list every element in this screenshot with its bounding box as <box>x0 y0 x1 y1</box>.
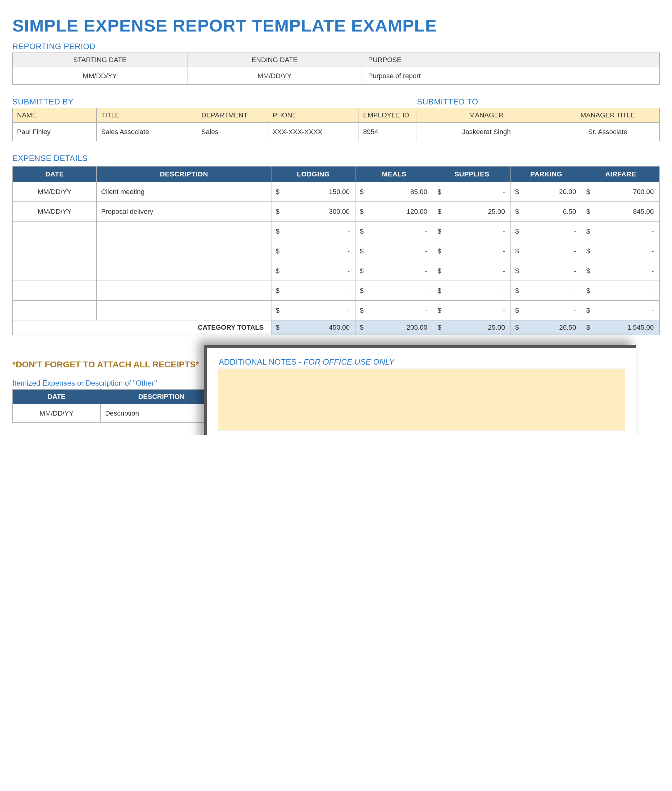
purpose-header: PURPOSE <box>362 53 660 67</box>
expense-supplies[interactable]: $- <box>433 182 510 202</box>
expense-row[interactable]: $-$-$-$-$- <box>13 301 660 321</box>
expense-meals[interactable]: $85.00 <box>355 182 433 202</box>
expense-lodging[interactable]: $- <box>272 241 355 261</box>
expense-row[interactable]: $-$-$-$-$- <box>13 241 660 261</box>
col-airfare: AIRFARE <box>582 167 659 182</box>
expense-date[interactable]: MM/DD/YY <box>13 202 97 221</box>
name-value[interactable]: Paul Finley <box>13 123 97 141</box>
itemized-date[interactable]: MM/DD/YY <box>13 404 101 423</box>
department-value[interactable]: Sales <box>197 123 268 141</box>
expense-parking[interactable]: $- <box>511 221 582 241</box>
col-meals: MEALS <box>355 167 433 182</box>
col-supplies: SUPPLIES <box>433 167 510 182</box>
expense-airfare[interactable]: $- <box>582 241 659 261</box>
expense-supplies[interactable]: $25.00 <box>433 202 510 221</box>
reporting-period-table: STARTING DATE ENDING DATE PURPOSE MM/DD/… <box>12 53 660 85</box>
expense-parking[interactable]: $20.00 <box>511 182 582 202</box>
expense-airfare[interactable]: $- <box>582 261 659 281</box>
expense-row[interactable]: MM/DD/YYProposal delivery$300.00$120.00$… <box>13 202 660 221</box>
expense-description[interactable] <box>97 281 272 301</box>
expense-description[interactable]: Proposal delivery <box>97 202 272 221</box>
end-date-header: ENDING DATE <box>187 53 362 67</box>
expense-details-table: DATE DESCRIPTION LODGING MEALS SUPPLIES … <box>12 166 660 335</box>
expense-parking[interactable]: $- <box>511 301 582 321</box>
expense-date[interactable] <box>13 241 97 261</box>
manager-title-header: MANAGER TITLE <box>556 108 659 123</box>
reporting-period-title: REPORTING PERIOD <box>12 42 660 51</box>
purpose-value[interactable]: Purpose of report <box>362 67 660 85</box>
total-parking: $26.50 <box>511 321 582 335</box>
manager-value[interactable]: Jaskeerat Singh <box>417 123 556 141</box>
expense-airfare[interactable]: $700.00 <box>582 182 659 202</box>
expense-lodging[interactable]: $- <box>272 301 355 321</box>
employee-id-value[interactable]: 8954 <box>358 123 417 141</box>
category-totals-label: CATEGORY TOTALS <box>13 321 272 335</box>
expense-meals[interactable]: $- <box>355 281 433 301</box>
manager-title-value[interactable]: Sr. Associate <box>556 123 659 141</box>
expense-meals[interactable]: $120.00 <box>355 202 433 221</box>
submitted-table: NAME TITLE DEPARTMENT PHONE EMPLOYEE ID … <box>12 108 660 141</box>
title-header: TITLE <box>97 108 197 123</box>
phone-value[interactable]: XXX-XXX-XXXX <box>268 123 358 141</box>
expense-date[interactable] <box>13 261 97 281</box>
expense-parking[interactable]: $- <box>511 241 582 261</box>
expense-airfare[interactable]: $- <box>582 221 659 241</box>
expense-description[interactable] <box>97 221 272 241</box>
expense-meals[interactable]: $- <box>355 261 433 281</box>
expense-meals[interactable]: $- <box>355 221 433 241</box>
expense-parking[interactable]: $6.50 <box>511 202 582 221</box>
col-parking: PARKING <box>511 167 582 182</box>
name-header: NAME <box>13 108 97 123</box>
col-date: DATE <box>13 167 97 182</box>
submitted-to-title: SUBMITTED TO <box>417 97 478 107</box>
page-title: SIMPLE EXPENSE REPORT TEMPLATE EXAMPLE <box>12 16 660 35</box>
phone-header: PHONE <box>268 108 358 123</box>
expense-description[interactable] <box>97 261 272 281</box>
expense-supplies[interactable]: $- <box>433 281 510 301</box>
itemized-col-date: DATE <box>13 390 101 404</box>
expense-date[interactable]: MM/DD/YY <box>13 182 97 202</box>
expense-row[interactable]: $-$-$-$-$- <box>13 261 660 281</box>
manager-header: MANAGER <box>417 108 556 123</box>
department-header: DEPARTMENT <box>197 108 268 123</box>
expense-parking[interactable]: $- <box>511 281 582 301</box>
additional-notes-title: ADDITIONAL NOTES - FOR OFFICE USE ONLY <box>219 357 625 367</box>
expense-lodging[interactable]: $- <box>272 221 355 241</box>
additional-notes-box[interactable] <box>218 369 625 430</box>
expense-lodging[interactable]: $150.00 <box>272 182 355 202</box>
start-date-value[interactable]: MM/DD/YY <box>13 67 187 85</box>
expense-description[interactable]: Client meeting <box>97 182 272 202</box>
expense-airfare[interactable]: $- <box>582 301 659 321</box>
expense-meals[interactable]: $- <box>355 301 433 321</box>
expense-supplies[interactable]: $- <box>433 301 510 321</box>
expense-description[interactable] <box>97 241 272 261</box>
expense-supplies[interactable]: $- <box>433 221 510 241</box>
expense-parking[interactable]: $- <box>511 261 582 281</box>
total-meals: $205.00 <box>355 321 433 335</box>
expense-row[interactable]: $-$-$-$-$- <box>13 281 660 301</box>
expense-row[interactable]: MM/DD/YYClient meeting$150.00$85.00$-$20… <box>13 182 660 202</box>
expense-lodging[interactable]: $300.00 <box>272 202 355 221</box>
expense-airfare[interactable]: $845.00 <box>582 202 659 221</box>
expense-lodging[interactable]: $- <box>272 281 355 301</box>
expense-row[interactable]: $-$-$-$-$- <box>13 221 660 241</box>
expense-date[interactable] <box>13 301 97 321</box>
total-supplies: $25.00 <box>433 321 510 335</box>
expense-date[interactable] <box>13 221 97 241</box>
expense-supplies[interactable]: $- <box>433 261 510 281</box>
end-date-value[interactable]: MM/DD/YY <box>187 67 362 85</box>
itemized-table: DATE DESCRIPTION MM/DD/YY Description <box>12 389 222 423</box>
expense-date[interactable] <box>13 281 97 301</box>
start-date-header: STARTING DATE <box>13 53 187 67</box>
title-value[interactable]: Sales Associate <box>97 123 197 141</box>
expense-description[interactable] <box>97 301 272 321</box>
expense-meals[interactable]: $- <box>355 241 433 261</box>
submitted-by-title: SUBMITTED BY <box>12 97 417 107</box>
employee-id-header: EMPLOYEE ID <box>358 108 417 123</box>
expense-supplies[interactable]: $- <box>433 241 510 261</box>
expense-airfare[interactable]: $- <box>582 281 659 301</box>
total-airfare: $1,545.00 <box>582 321 659 335</box>
office-use-panel: ADDITIONAL NOTES - FOR OFFICE USE ONLY A… <box>204 345 636 435</box>
itemized-row[interactable]: MM/DD/YY Description <box>13 404 222 423</box>
expense-lodging[interactable]: $- <box>272 261 355 281</box>
